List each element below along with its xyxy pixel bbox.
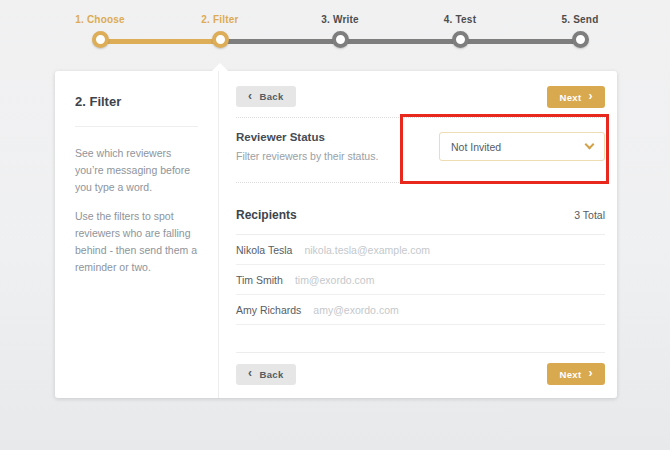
reviewer-status-row: Reviewer Status Filter reviewers by thei…	[236, 118, 605, 182]
wizard-card: 2. Filter See which reviewers you’re mes…	[55, 71, 617, 398]
recipients-total-badge: 3 Total	[574, 209, 605, 221]
recipient-row: Nikola Tesla nikola.tesla@example.com	[236, 235, 605, 265]
card-notch	[212, 63, 228, 71]
panel-paragraph: See which reviewers you’re messaging bef…	[75, 145, 198, 196]
next-button[interactable]: Next ›	[547, 86, 605, 108]
step-write[interactable]: 3. Write	[295, 0, 385, 48]
step-dot-icon[interactable]	[212, 31, 229, 48]
recipient-email: nikola.tesla@example.com	[304, 244, 430, 256]
step-filter[interactable]: 2. Filter	[175, 0, 265, 48]
panel-paragraph: Use the filters to spot reviewers who ar…	[75, 208, 198, 276]
back-button-label: Back	[259, 369, 283, 380]
step-label: 5. Send	[535, 0, 625, 25]
step-send[interactable]: 5. Send	[535, 0, 625, 48]
step-choose[interactable]: 1. Choose	[55, 0, 145, 48]
step-label: 1. Choose	[55, 0, 145, 25]
wizard-stepper: 1. Choose 2. Filter 3. Write 4. Test 5. …	[0, 0, 670, 70]
next-button-label: Next	[559, 92, 581, 103]
chevron-right-icon: ›	[589, 90, 593, 102]
step-dot-icon[interactable]	[452, 31, 469, 48]
step-label: 2. Filter	[175, 0, 265, 25]
recipients-title: Recipients	[236, 208, 297, 222]
reviewer-status-labels: Reviewer Status Filter reviewers by thei…	[236, 118, 378, 182]
recipient-row: Tim Smith tim@exordo.com	[236, 265, 605, 295]
bottom-toolbar: ‹ Back Next ›	[236, 352, 605, 385]
dropdown-selected-value: Not Invited	[451, 141, 501, 153]
panel-title: 2. Filter	[75, 94, 198, 109]
reviewer-status-dropdown[interactable]: Not Invited	[439, 132, 605, 161]
step-label: 3. Write	[295, 0, 385, 25]
step-dot-icon[interactable]	[572, 31, 589, 48]
step-test[interactable]: 4. Test	[415, 0, 505, 48]
recipient-name: Nikola Tesla	[236, 244, 292, 256]
chevron-left-icon: ‹	[248, 90, 252, 102]
back-button-label: Back	[259, 91, 283, 102]
step-dot-icon[interactable]	[332, 31, 349, 48]
chevron-down-icon	[585, 140, 595, 150]
back-button[interactable]: ‹ Back	[236, 86, 296, 107]
recipient-email: tim@exordo.com	[295, 274, 375, 286]
page: 1. Choose 2. Filter 3. Write 4. Test 5. …	[0, 0, 670, 450]
reviewer-status-label: Reviewer Status	[236, 131, 378, 143]
recipient-name: Tim Smith	[236, 274, 283, 286]
section-divider	[236, 182, 605, 183]
panel-divider	[75, 126, 198, 127]
recipient-name: Amy Richards	[236, 304, 301, 316]
next-button[interactable]: Next ›	[547, 363, 605, 385]
step-description-panel: 2. Filter See which reviewers you’re mes…	[55, 71, 219, 398]
recipients-header: Recipients 3 Total	[236, 208, 605, 235]
step-dot-icon[interactable]	[92, 31, 109, 48]
recipient-row: Amy Richards amy@exordo.com	[236, 295, 605, 325]
next-button-label: Next	[559, 369, 581, 380]
step-content: ‹ Back Next › Reviewer Status Filter rev…	[219, 71, 617, 398]
top-toolbar: ‹ Back Next ›	[236, 86, 605, 108]
reviewer-status-description: Filter reviewers by their status.	[236, 150, 378, 162]
recipient-email: amy@exordo.com	[313, 304, 398, 316]
step-label: 4. Test	[415, 0, 505, 25]
chevron-left-icon: ‹	[248, 367, 252, 379]
chevron-right-icon: ›	[589, 367, 593, 379]
back-button[interactable]: ‹ Back	[236, 364, 296, 385]
